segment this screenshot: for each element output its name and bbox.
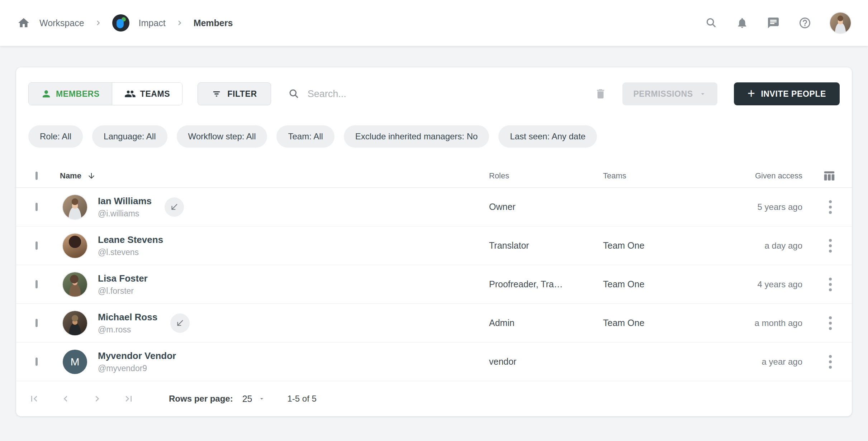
row-menu-icon[interactable] xyxy=(826,197,835,217)
search-box xyxy=(288,88,588,100)
last-page-icon[interactable] xyxy=(123,393,134,404)
member-teams: Team One xyxy=(603,240,716,251)
caret-down-icon xyxy=(699,90,707,98)
filter-button[interactable]: FILTER xyxy=(198,82,271,105)
breadcrumb-workspace[interactable]: Workspace xyxy=(39,18,84,28)
filter-chip[interactable]: Workflow step: All xyxy=(177,125,267,148)
filter-chip[interactable]: Team: All xyxy=(276,125,334,148)
row-menu-icon[interactable] xyxy=(826,275,835,294)
row-menu-icon[interactable] xyxy=(826,236,835,255)
row-menu-icon[interactable] xyxy=(826,352,835,372)
previous-page-icon[interactable] xyxy=(60,393,71,404)
column-name-label: Name xyxy=(60,171,81,181)
tab-teams-label: TEAMS xyxy=(140,89,170,99)
member-cell: Ian Williams@i.williams xyxy=(60,195,489,219)
member-teams: Team One xyxy=(603,318,716,328)
table-body: Ian Williams@i.williamsOwner5 years agoL… xyxy=(16,188,852,381)
person-icon xyxy=(41,88,52,99)
member-name[interactable]: Myvendor Vendor xyxy=(98,350,176,361)
member-name[interactable]: Leane Stevens xyxy=(98,234,163,245)
search-icon xyxy=(288,88,300,100)
caret-down-icon xyxy=(258,395,265,402)
column-header-roles[interactable]: Roles xyxy=(489,171,603,181)
member-identity: Michael Ross@m.ross xyxy=(98,312,157,335)
filter-chip[interactable]: Last seen: Any date xyxy=(498,125,597,148)
member-name[interactable]: Lisa Foster xyxy=(98,273,148,284)
row-checkbox[interactable] xyxy=(35,203,38,211)
member-roles: Translator xyxy=(489,240,603,251)
tab-members[interactable]: MEMBERS xyxy=(29,83,112,105)
inherited-access-badge xyxy=(170,313,190,333)
member-given-access: 5 years ago xyxy=(716,202,802,212)
row-checkbox[interactable] xyxy=(35,280,38,288)
filter-button-label: FILTER xyxy=(227,89,257,99)
column-header-name[interactable]: Name xyxy=(60,171,489,181)
select-all-checkbox[interactable] xyxy=(35,172,38,180)
breadcrumb: Workspace Impact Members xyxy=(17,14,233,32)
column-settings-icon[interactable] xyxy=(822,169,836,183)
column-header-given-access[interactable]: Given access xyxy=(716,171,802,181)
table-row: Michael Ross@m.rossAdminTeam Onea month … xyxy=(16,304,852,342)
member-cell: Leane Stevens@l.stevens xyxy=(60,234,489,258)
member-cell: Lisa Foster@l.forster xyxy=(60,272,489,297)
avatar xyxy=(63,272,87,297)
first-page-icon[interactable] xyxy=(28,393,40,404)
filter-chip[interactable]: Language: All xyxy=(92,125,167,148)
table-header: Name Roles Teams Given access xyxy=(16,164,852,188)
messages-icon[interactable] xyxy=(767,16,780,29)
filter-chip[interactable]: Role: All xyxy=(28,125,83,148)
arrow-received-icon xyxy=(170,202,179,212)
row-checkbox[interactable] xyxy=(35,241,38,250)
table-row: Leane Stevens@l.stevensTranslatorTeam On… xyxy=(16,226,852,265)
member-username: @l.stevens xyxy=(98,248,163,257)
breadcrumb-current-page: Members xyxy=(194,18,233,28)
member-roles: Owner xyxy=(489,202,603,212)
member-roles: vendor xyxy=(489,356,603,367)
avatar xyxy=(63,311,87,335)
view-tab-group: MEMBERS TEAMS xyxy=(28,82,182,105)
permissions-button-label: PERMISSIONS xyxy=(633,89,693,99)
toolbar: MEMBERS TEAMS FILTER PERMI xyxy=(16,67,852,105)
rows-per-page-label: Rows per page: xyxy=(169,394,233,404)
invite-people-button[interactable]: + INVITE PEOPLE xyxy=(734,82,840,105)
people-icon xyxy=(124,88,136,100)
user-avatar[interactable] xyxy=(830,13,851,33)
member-name[interactable]: Michael Ross xyxy=(98,312,157,323)
search-input[interactable] xyxy=(308,88,588,100)
notifications-icon[interactable] xyxy=(736,17,748,29)
chevron-right-icon xyxy=(175,18,184,28)
plus-icon: + xyxy=(748,87,755,100)
member-given-access: a month ago xyxy=(716,318,802,328)
row-checkbox[interactable] xyxy=(35,319,38,327)
tab-members-label: MEMBERS xyxy=(56,89,100,99)
member-cell: MMyvendor Vendor@myvendor9 xyxy=(60,350,489,374)
help-icon[interactable] xyxy=(798,16,811,29)
avatar: M xyxy=(63,350,87,374)
column-header-teams[interactable]: Teams xyxy=(603,171,716,181)
member-username: @m.ross xyxy=(98,325,157,335)
pagination-nav xyxy=(28,393,134,404)
member-identity: Ian Williams@i.williams xyxy=(98,196,152,219)
search-icon[interactable] xyxy=(705,17,717,29)
members-table: Name Roles Teams Given access Ian Willia… xyxy=(16,164,852,381)
trash-icon[interactable] xyxy=(594,88,607,100)
home-icon[interactable] xyxy=(17,16,30,29)
member-roles: Proofreader, Tra… xyxy=(489,279,603,289)
row-checkbox[interactable] xyxy=(35,358,38,366)
chevron-right-icon xyxy=(94,18,103,28)
member-identity: Leane Stevens@l.stevens xyxy=(98,234,163,257)
member-given-access: a year ago xyxy=(716,357,802,367)
sort-descending-icon xyxy=(87,172,96,180)
row-menu-icon[interactable] xyxy=(826,313,835,333)
breadcrumb-project[interactable]: Impact xyxy=(139,18,166,28)
tab-teams[interactable]: TEAMS xyxy=(112,83,182,105)
member-teams: Team One xyxy=(603,279,716,289)
rows-per-page-select[interactable]: 25 xyxy=(242,394,265,404)
rows-per-page-value: 25 xyxy=(242,394,252,404)
project-logo[interactable] xyxy=(112,14,129,32)
filter-icon xyxy=(212,89,222,99)
filter-chip[interactable]: Exclude inherited managers: No xyxy=(344,125,489,148)
permissions-button[interactable]: PERMISSIONS xyxy=(622,82,717,105)
member-name[interactable]: Ian Williams xyxy=(98,196,152,207)
next-page-icon[interactable] xyxy=(91,393,103,404)
